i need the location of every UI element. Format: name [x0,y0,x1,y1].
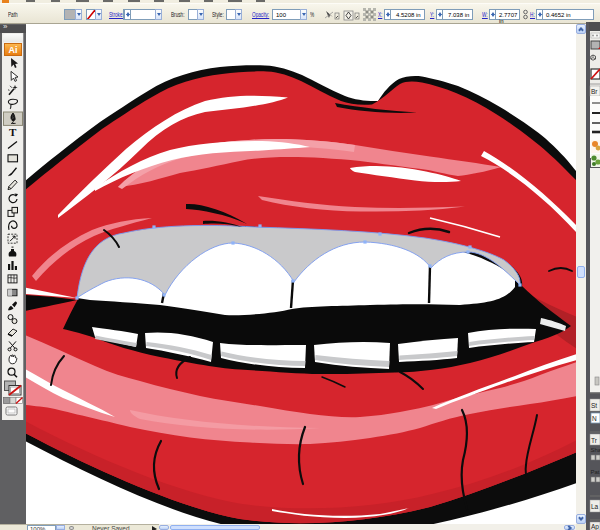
svg-text:St: St [591,402,597,409]
svg-text:Tr: Tr [591,437,598,444]
svg-text:La: La [591,503,599,510]
svg-text:Sha: Sha [591,447,600,453]
svg-text:Br: Br [591,88,598,95]
svg-text:N: N [592,415,597,422]
svg-text:Pat: Pat [591,469,600,475]
svg-text:T: T [9,126,17,138]
svg-text:Ap: Ap [591,523,599,530]
